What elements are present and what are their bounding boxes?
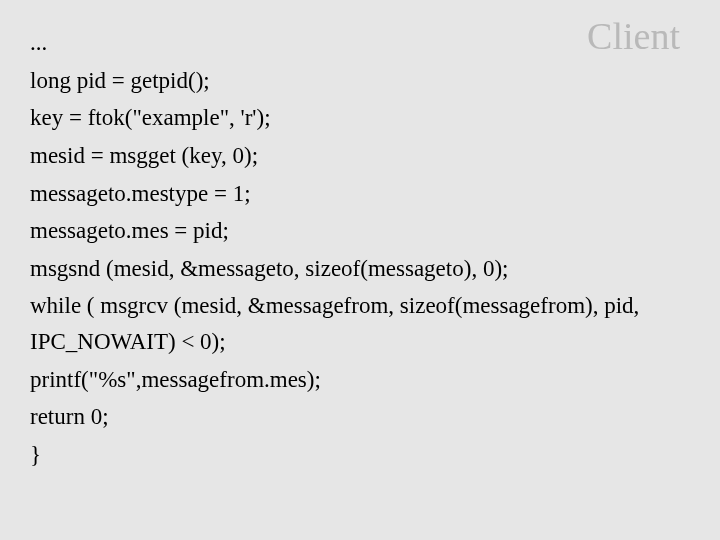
code-line: mesid = msgget (key, 0); bbox=[30, 138, 670, 174]
slide: Client ... long pid = getpid(); key = ft… bbox=[0, 0, 720, 540]
code-line: long pid = getpid(); bbox=[30, 63, 670, 99]
code-line: return 0; bbox=[30, 399, 670, 435]
code-line: messageto.mestype = 1; bbox=[30, 176, 670, 212]
code-line: ... bbox=[30, 25, 670, 61]
code-line: msgsnd (mesid, &messageto, sizeof(messag… bbox=[30, 251, 670, 287]
code-line: } bbox=[30, 437, 670, 473]
code-block: ... long pid = getpid(); key = ftok("exa… bbox=[30, 25, 670, 475]
code-line: messageto.mes = pid; bbox=[30, 213, 670, 249]
code-line: key = ftok("example", 'r'); bbox=[30, 100, 670, 136]
code-line: printf("%s",messagefrom.mes); bbox=[30, 362, 670, 398]
code-line: while ( msgrcv (mesid, &messagefrom, siz… bbox=[30, 288, 670, 359]
